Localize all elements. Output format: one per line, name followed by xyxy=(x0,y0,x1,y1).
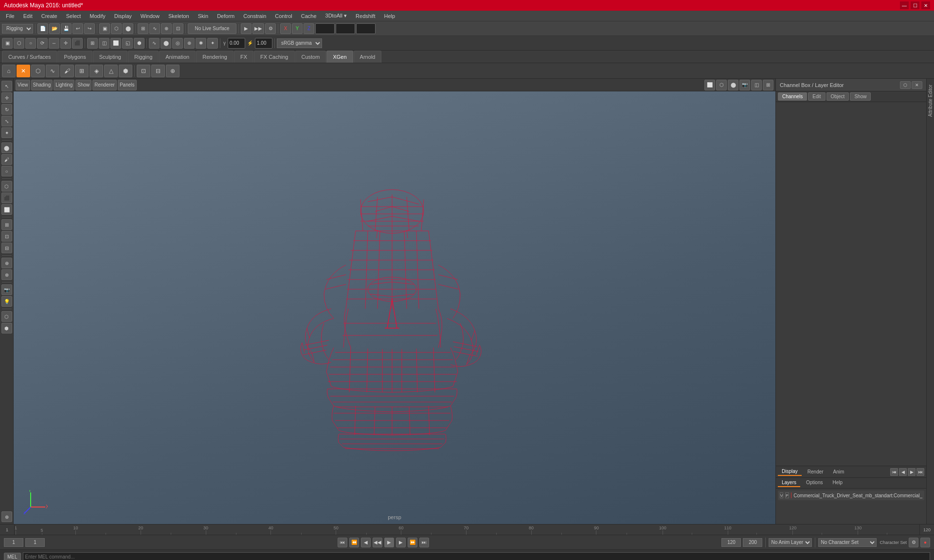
maximize-button[interactable]: ☐ xyxy=(911,1,919,9)
tb2-btn12[interactable]: ⬢ xyxy=(134,38,144,49)
menu-skeleton[interactable]: Skeleton xyxy=(164,12,193,20)
tab-rigging[interactable]: Rigging xyxy=(128,51,159,63)
menu-control[interactable]: Control xyxy=(271,12,296,20)
scale-tool[interactable]: ⤡ xyxy=(1,116,12,126)
z-axis-button[interactable]: Z xyxy=(304,23,314,34)
vp-icon2[interactable]: ⬡ xyxy=(716,80,727,90)
ipr-render-button[interactable]: ▶▶ xyxy=(252,23,264,34)
undo-button[interactable]: ↩ xyxy=(72,23,83,34)
tab-curves-surfaces[interactable]: Curves / Surfaces xyxy=(2,51,57,63)
x-axis-button[interactable]: X xyxy=(280,23,291,34)
tab-fx-caching[interactable]: FX Caching xyxy=(254,51,294,63)
le-subtab-help[interactable]: Help xyxy=(828,479,846,487)
y-input[interactable] xyxy=(336,23,355,34)
render-button[interactable]: ▶ xyxy=(241,23,251,34)
le-nav-last[interactable]: ⏭ xyxy=(916,468,924,476)
rotate-tool[interactable]: ↻ xyxy=(1,104,12,115)
le-tab-render[interactable]: Render xyxy=(804,468,827,475)
render-settings-button[interactable]: ⚙ xyxy=(265,23,276,34)
character-set-options[interactable]: ⚙ xyxy=(909,538,918,547)
layer-playback[interactable]: P xyxy=(785,492,789,498)
tab-animation[interactable]: Animation xyxy=(159,51,196,63)
le-subtab-layers[interactable]: Layers xyxy=(778,479,800,487)
y-axis-button[interactable]: Y xyxy=(292,23,303,34)
snap-btn2[interactable]: ⊗ xyxy=(1,269,12,280)
tb2-btn18[interactable]: ✦ xyxy=(207,38,218,49)
menu-help[interactable]: Help xyxy=(380,12,399,20)
display-btn1[interactable]: ⊞ xyxy=(1,219,12,230)
next-key-button[interactable]: ▶ xyxy=(396,538,406,547)
bottom-btn[interactable]: ⊕ xyxy=(1,511,12,522)
menu-3dtall[interactable]: 3DtoAll ▾ xyxy=(322,12,351,20)
minimize-button[interactable]: — xyxy=(900,1,909,9)
layer-color[interactable] xyxy=(791,492,792,498)
cb-tab-object[interactable]: Object xyxy=(826,92,849,101)
vp-view-menu[interactable]: View xyxy=(16,80,30,90)
character-set-select[interactable]: No Character Set xyxy=(818,538,877,547)
play-backward-button[interactable]: ◀◀ xyxy=(373,538,382,547)
tb2-btn13[interactable]: ∿ xyxy=(149,38,160,49)
vp-shading-menu[interactable]: Shading xyxy=(31,80,53,90)
smooth-button[interactable]: ⬜ xyxy=(1,204,12,215)
tb2-btn17[interactable]: ✱ xyxy=(196,38,206,49)
menu-create[interactable]: Create xyxy=(37,12,61,20)
playback-current-frame[interactable] xyxy=(25,538,45,547)
move-tool[interactable]: ✛ xyxy=(1,92,12,103)
menu-window[interactable]: Window xyxy=(137,12,163,20)
z-input[interactable] xyxy=(356,23,376,34)
playback-end-frame[interactable] xyxy=(721,538,741,547)
snap-point-button[interactable]: ⊕ xyxy=(161,23,172,34)
redo-button[interactable]: ↪ xyxy=(84,23,95,34)
icon-curves[interactable]: ∿ xyxy=(46,65,59,77)
playback-start-frame[interactable] xyxy=(4,538,23,547)
cb-tab-channels[interactable]: Channels xyxy=(778,92,807,101)
icon-rig[interactable]: ⊞ xyxy=(75,65,89,77)
menu-file[interactable]: File xyxy=(2,12,18,20)
save-scene-button[interactable]: 💾 xyxy=(61,23,72,34)
display-btn2[interactable]: ⊡ xyxy=(1,231,12,242)
workspace-select[interactable]: Rigging xyxy=(2,24,33,34)
vp-show-menu[interactable]: Show xyxy=(75,80,91,90)
icon-extra3[interactable]: ⊕ xyxy=(166,65,180,77)
layer-visibility[interactable]: V xyxy=(780,492,783,498)
cb-tab-edit[interactable]: Edit xyxy=(808,92,825,101)
tab-custom[interactable]: Custom xyxy=(295,51,326,63)
wire-button[interactable]: ⬡ xyxy=(1,181,12,192)
flat-button[interactable]: ⬛ xyxy=(1,192,12,203)
tab-xgen[interactable]: XGen xyxy=(326,51,353,63)
vp-panels-menu[interactable]: Panels xyxy=(118,80,137,90)
vp-icon3[interactable]: ⬤ xyxy=(728,80,738,90)
new-scene-button[interactable]: 📄 xyxy=(37,23,48,34)
tb2-btn16[interactable]: ⊕ xyxy=(184,38,195,49)
le-nav-prev[interactable]: ◀ xyxy=(899,468,907,476)
viewport-3d[interactable]: persp X Y Z xyxy=(14,91,775,524)
snap-view-button[interactable]: ⊡ xyxy=(173,23,183,34)
play-button[interactable]: ▶ xyxy=(384,538,394,547)
arrow-tool[interactable]: ↖ xyxy=(1,81,12,91)
extra-btn2[interactable]: ⬢ xyxy=(1,323,12,333)
select-tool-button[interactable]: ▣ xyxy=(99,23,110,34)
mel-input[interactable] xyxy=(23,552,930,560)
menu-constrain[interactable]: Constrain xyxy=(239,12,270,20)
tb2-btn5[interactable]: ↔ xyxy=(49,38,59,49)
sculpt-button[interactable]: ○ xyxy=(1,166,12,176)
universal-tool[interactable]: ✦ xyxy=(1,127,12,138)
tab-arnold[interactable]: Arnold xyxy=(354,51,382,63)
extra-btn1[interactable]: ⬡ xyxy=(1,311,12,322)
tb2-btn8[interactable]: ⊞ xyxy=(87,38,98,49)
gamma-input[interactable] xyxy=(228,38,245,49)
no-live-surface-button[interactable]: No Live Surface xyxy=(188,23,236,34)
timeline-ruler[interactable]: 15102030405060708090100110120130140 xyxy=(15,525,919,535)
icon-joints[interactable]: ◈ xyxy=(90,65,103,77)
snap-btn1[interactable]: ⊕ xyxy=(1,258,12,268)
menu-skin[interactable]: Skin xyxy=(194,12,212,20)
prev-key-button[interactable]: ◀ xyxy=(361,538,371,547)
close-button[interactable]: ✕ xyxy=(921,1,930,9)
menu-select[interactable]: Select xyxy=(62,12,85,20)
soft-select-button[interactable]: ⬤ xyxy=(1,142,12,153)
light-btn[interactable]: 💡 xyxy=(1,296,12,307)
exposure-input[interactable] xyxy=(255,38,272,49)
paint-button[interactable]: 🖌 xyxy=(1,154,12,165)
tb2-btn2[interactable]: ⬡ xyxy=(14,38,24,49)
icon-home[interactable]: ⌂ xyxy=(2,65,16,77)
